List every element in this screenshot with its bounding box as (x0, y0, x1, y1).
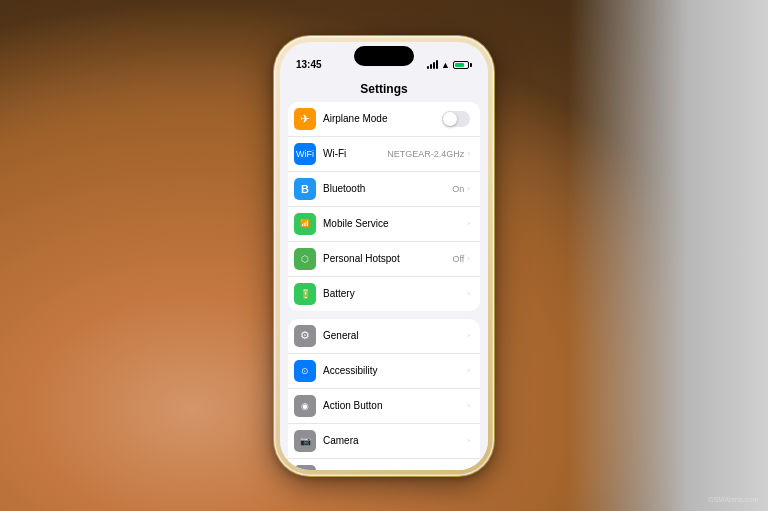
list-item[interactable]: B Bluetooth On › (288, 172, 480, 207)
chevron-icon: › (467, 331, 470, 340)
chevron-icon: › (467, 436, 470, 445)
list-item[interactable]: 📶 Mobile Service › (288, 207, 480, 242)
airplane-mode-icon: ✈ (294, 108, 316, 130)
battery-settings-icon: 🔋 (294, 283, 316, 305)
iphone-screen: 13:45 ▲ Settings (280, 42, 488, 470)
dynamic-island (354, 46, 414, 66)
camera-settings-icon: 📷 (294, 430, 316, 452)
list-item[interactable]: ✈ Airplane Mode (288, 102, 480, 137)
chevron-icon: › (467, 219, 470, 228)
section-connectivity: ✈ Airplane Mode WiFi Wi-Fi NETGEAR-2.4GH… (288, 102, 480, 311)
wifi-icon: ▲ (441, 60, 450, 70)
signal-icon (427, 60, 438, 69)
chevron-icon: › (467, 289, 470, 298)
section-system: ⚙ General › ⊙ Accessibility › ◉ Action B… (288, 319, 480, 470)
list-item[interactable]: ◉ Action Button › (288, 389, 480, 424)
action-button-label: Action Button (323, 400, 467, 411)
control-centre-icon: ⊞ (294, 465, 316, 470)
accessibility-label: Accessibility (323, 365, 467, 376)
bluetooth-value: On (452, 184, 464, 194)
airplane-mode-label: Airplane Mode (323, 113, 442, 124)
battery-label: Battery (323, 288, 467, 299)
chevron-icon: › (467, 366, 470, 375)
mobile-service-label: Mobile Service (323, 218, 467, 229)
action-button-icon: ◉ (294, 395, 316, 417)
watermark: GSMArena.com (708, 496, 758, 503)
hotspot-value: Off (452, 254, 464, 264)
list-item[interactable]: 📷 Camera › (288, 424, 480, 459)
hotspot-icon: ⬡ (294, 248, 316, 270)
hand-right-bg (568, 0, 768, 511)
iphone-frame: 13:45 ▲ Settings (274, 36, 494, 476)
status-icons: ▲ (427, 60, 472, 70)
wifi-settings-icon: WiFi (294, 143, 316, 165)
bluetooth-label: Bluetooth (323, 183, 452, 194)
camera-label: Camera (323, 435, 467, 446)
wifi-value: NETGEAR-2.4GHz (387, 149, 464, 159)
general-icon: ⚙ (294, 325, 316, 347)
bluetooth-icon: B (294, 178, 316, 200)
chevron-icon: › (467, 401, 470, 410)
chevron-icon: › (467, 254, 470, 263)
list-item[interactable]: ⬡ Personal Hotspot Off › (288, 242, 480, 277)
list-item[interactable]: ⊞ Control Centre › (288, 459, 480, 470)
list-item[interactable]: ⚙ General › (288, 319, 480, 354)
list-item[interactable]: 🔋 Battery › (288, 277, 480, 311)
status-time: 13:45 (296, 59, 322, 70)
chevron-icon: › (467, 149, 470, 158)
mobile-service-icon: 📶 (294, 213, 316, 235)
wifi-label: Wi-Fi (323, 148, 387, 159)
list-item[interactable]: ⊙ Accessibility › (288, 354, 480, 389)
chevron-icon: › (467, 184, 470, 193)
hotspot-label: Personal Hotspot (323, 253, 452, 264)
accessibility-icon: ⊙ (294, 360, 316, 382)
battery-icon (453, 61, 472, 69)
scene: 13:45 ▲ Settings (0, 0, 768, 511)
list-item[interactable]: WiFi Wi-Fi NETGEAR-2.4GHz › (288, 137, 480, 172)
airplane-mode-toggle[interactable] (442, 111, 470, 127)
page-title: Settings (280, 80, 488, 102)
general-label: General (323, 330, 467, 341)
settings-content[interactable]: ✈ Airplane Mode WiFi Wi-Fi NETGEAR-2.4GH… (280, 102, 488, 470)
